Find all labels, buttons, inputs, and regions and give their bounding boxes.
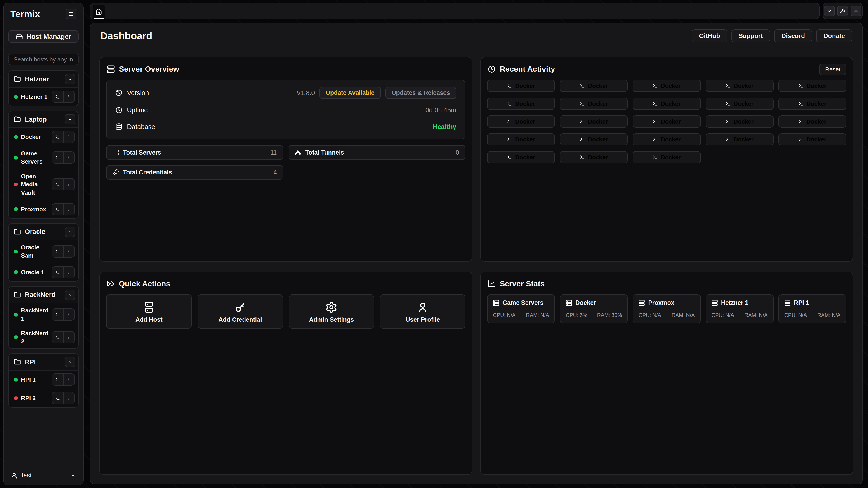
- tools-button[interactable]: [837, 6, 848, 17]
- reset-button[interactable]: Reset: [819, 64, 846, 75]
- host-group-items: Docker Game Servers: [8, 127, 78, 218]
- host-row[interactable]: RackNerd 2: [8, 326, 78, 349]
- group-collapse-button[interactable]: [65, 290, 75, 300]
- host-menu-button[interactable]: [63, 203, 74, 215]
- activity-item[interactable]: Docker: [487, 151, 555, 163]
- open-terminal-button[interactable]: [52, 332, 63, 343]
- group-collapse-button[interactable]: [65, 357, 75, 367]
- host-row[interactable]: RPI 2: [8, 389, 78, 407]
- activity-item[interactable]: Docker: [633, 98, 701, 110]
- activity-item[interactable]: Docker: [487, 98, 555, 110]
- github-button[interactable]: GitHub: [692, 29, 727, 42]
- activity-item[interactable]: Docker: [560, 98, 628, 110]
- activity-item[interactable]: Docker: [633, 133, 701, 145]
- activity-item[interactable]: Docker: [633, 80, 701, 92]
- activity-item[interactable]: Docker: [778, 80, 846, 92]
- server-overview-title: Server Overview: [107, 65, 465, 73]
- activity-item[interactable]: Docker: [706, 116, 774, 128]
- host-menu-button[interactable]: [63, 392, 74, 404]
- collapse-button[interactable]: [824, 6, 835, 17]
- host-menu-button[interactable]: [63, 91, 74, 102]
- user-profile-card[interactable]: User Profile: [380, 294, 465, 329]
- folder-icon: [14, 76, 21, 83]
- host-row[interactable]: Game Servers: [8, 146, 78, 169]
- activity-item[interactable]: Docker: [560, 80, 628, 92]
- host-row[interactable]: Proxmox: [8, 200, 78, 218]
- host-group-header[interactable]: RackNerd: [8, 287, 78, 303]
- activity-item[interactable]: Docker: [487, 133, 555, 145]
- activity-item[interactable]: Docker: [487, 80, 555, 92]
- activity-item[interactable]: Docker: [778, 133, 846, 145]
- host-group-header[interactable]: Hetzner: [8, 71, 78, 87]
- open-terminal-button[interactable]: [52, 267, 63, 278]
- activity-item[interactable]: Docker: [706, 98, 774, 110]
- kebab-menu-icon: [67, 94, 71, 99]
- support-button[interactable]: Support: [732, 29, 770, 42]
- server-icon: [113, 149, 119, 156]
- host-group-header[interactable]: Oracle: [8, 224, 78, 240]
- host-menu-button[interactable]: [63, 246, 74, 257]
- host-action-group: [52, 91, 75, 103]
- discord-button[interactable]: Discord: [774, 29, 812, 42]
- activity-item[interactable]: Docker: [633, 116, 701, 128]
- terminal-icon: [55, 155, 60, 160]
- open-terminal-button[interactable]: [52, 203, 63, 215]
- open-terminal-button[interactable]: [52, 392, 63, 404]
- server-stats-title: Server Stats: [488, 279, 846, 288]
- host-manager-button[interactable]: Host Manager: [8, 30, 79, 43]
- activity-item[interactable]: Docker: [706, 80, 774, 92]
- activity-item[interactable]: Docker: [778, 98, 846, 110]
- tab-home[interactable]: [93, 4, 105, 19]
- expand-button[interactable]: [850, 6, 862, 17]
- menu-button[interactable]: [66, 8, 76, 20]
- host-row[interactable]: Docker: [8, 127, 78, 146]
- host-name: RPI 1: [21, 376, 49, 384]
- activity-item[interactable]: Docker: [778, 116, 846, 128]
- host-group-header[interactable]: Laptop: [8, 111, 78, 127]
- host-row[interactable]: Oracle Sam: [8, 240, 78, 263]
- status-dot: [14, 313, 18, 317]
- kebab-menu-icon: [67, 207, 71, 212]
- open-terminal-button[interactable]: [52, 179, 63, 190]
- search-input[interactable]: [8, 54, 79, 65]
- host-row[interactable]: RPI 1: [8, 370, 78, 389]
- host-menu-button[interactable]: [63, 152, 74, 163]
- host-menu-button[interactable]: [63, 332, 74, 343]
- host-menu-button[interactable]: [63, 267, 74, 278]
- activity-item[interactable]: Docker: [560, 116, 628, 128]
- server-stat-meta: CPU: N/A RAM: N/A: [639, 312, 694, 318]
- open-terminal-button[interactable]: [52, 131, 63, 142]
- add-host-card[interactable]: Add Host: [106, 294, 192, 329]
- updates-releases-button[interactable]: Updates & Releases: [385, 87, 456, 99]
- group-collapse-button[interactable]: [65, 227, 75, 237]
- network-icon: [295, 149, 301, 156]
- activity-item[interactable]: Docker: [633, 151, 701, 163]
- user-menu[interactable]: test: [4, 466, 83, 485]
- activity-item[interactable]: Docker: [560, 151, 628, 163]
- add-credential-card[interactable]: Add Credential: [197, 294, 283, 329]
- host-row[interactable]: RackNerd 1: [8, 303, 78, 326]
- activity-item[interactable]: Docker: [706, 133, 774, 145]
- activity-item[interactable]: Docker: [560, 133, 628, 145]
- donate-button[interactable]: Donate: [816, 29, 852, 42]
- group-collapse-button[interactable]: [65, 114, 75, 125]
- open-terminal-button[interactable]: [52, 246, 63, 257]
- host-group: RackNerd RackNerd 1 RackNerd 2: [8, 286, 79, 349]
- group-collapse-button[interactable]: [65, 74, 75, 84]
- host-menu-button[interactable]: [63, 374, 74, 385]
- update-available-badge[interactable]: Update Available: [319, 87, 381, 99]
- open-terminal-button[interactable]: [52, 91, 63, 102]
- open-terminal-button[interactable]: [52, 374, 63, 385]
- host-row[interactable]: Open Media Vault: [8, 169, 78, 200]
- open-terminal-button[interactable]: [52, 152, 63, 163]
- host-row[interactable]: Oracle 1: [8, 263, 78, 281]
- host-menu-button[interactable]: [63, 309, 74, 320]
- host-group-header[interactable]: RPI: [8, 354, 78, 370]
- host-menu-button[interactable]: [63, 179, 74, 190]
- activity-label: Docker: [807, 136, 827, 143]
- activity-item[interactable]: Docker: [487, 116, 555, 128]
- host-row[interactable]: Hetzner 1: [8, 87, 78, 106]
- open-terminal-button[interactable]: [52, 309, 63, 320]
- host-menu-button[interactable]: [63, 131, 74, 142]
- admin-settings-card[interactable]: Admin Settings: [289, 294, 374, 329]
